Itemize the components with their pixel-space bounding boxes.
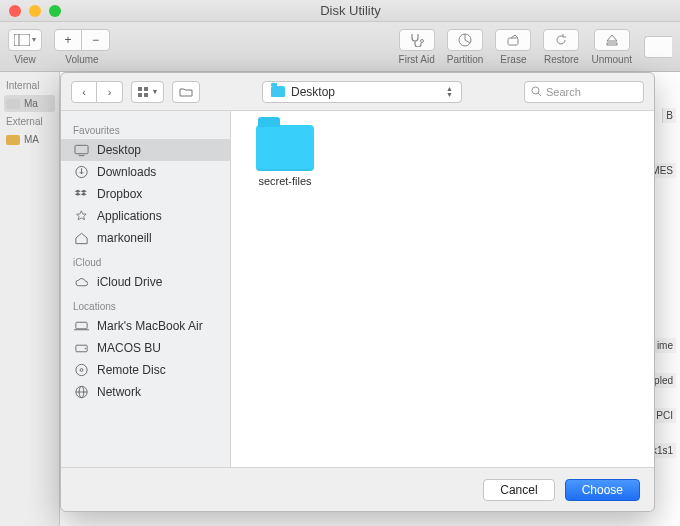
chevron-updown-icon: ▲▼ bbox=[446, 86, 453, 98]
location-label: Desktop bbox=[291, 85, 335, 99]
erase-button[interactable] bbox=[495, 29, 531, 51]
unmount-button[interactable] bbox=[594, 29, 630, 51]
sidebar-item-computer[interactable]: Mark's MacBook Air bbox=[61, 315, 230, 337]
cancel-button[interactable]: Cancel bbox=[483, 479, 554, 501]
view-mode-button[interactable]: ▾ bbox=[131, 81, 164, 103]
titlebar: Disk Utility bbox=[0, 0, 680, 22]
file-label: secret-files bbox=[258, 175, 311, 187]
partition-label: Partition bbox=[447, 54, 484, 65]
sidebar-item-label: MACOS BU bbox=[97, 341, 161, 355]
partition-button[interactable] bbox=[447, 29, 483, 51]
sidebar-item-dropbox[interactable]: Dropbox bbox=[61, 183, 230, 205]
favourites-header: Favourites bbox=[61, 117, 230, 139]
sidebar-item-external[interactable]: MACOS BU bbox=[61, 337, 230, 359]
folder-icon bbox=[179, 87, 193, 97]
choose-button[interactable]: Choose bbox=[565, 479, 640, 501]
sidebar-item-label: Dropbox bbox=[97, 187, 142, 201]
svg-line-11 bbox=[538, 93, 541, 96]
restore-icon bbox=[554, 33, 568, 47]
svg-rect-12 bbox=[74, 145, 87, 153]
sidebar-item-label: Remote Disc bbox=[97, 363, 166, 377]
external-disk-item[interactable]: MA bbox=[4, 131, 55, 148]
svg-rect-0 bbox=[14, 34, 30, 46]
group-button[interactable] bbox=[172, 81, 200, 103]
partition-group: Partition bbox=[447, 22, 484, 71]
sidebar-item-icloud[interactable]: iCloud Drive bbox=[61, 271, 230, 293]
forward-button[interactable]: › bbox=[97, 81, 123, 103]
sidebar-item-home[interactable]: markoneill bbox=[61, 227, 230, 249]
sidebar-item-label: Mark's MacBook Air bbox=[97, 319, 203, 333]
location-popup[interactable]: Desktop ▲▼ bbox=[262, 81, 462, 103]
picker-sidebar: Favourites Desktop Downloads Dropbox App… bbox=[61, 111, 231, 467]
internal-disk-item[interactable]: Ma bbox=[4, 95, 55, 112]
sidebar-item-downloads[interactable]: Downloads bbox=[61, 161, 230, 183]
internal-disk-label: Ma bbox=[24, 98, 38, 109]
svg-rect-5 bbox=[607, 43, 617, 45]
sidebar-item-label: iCloud Drive bbox=[97, 275, 162, 289]
erase-label: Erase bbox=[500, 54, 526, 65]
svg-point-10 bbox=[532, 87, 539, 94]
downloads-icon bbox=[73, 165, 89, 179]
svg-point-20 bbox=[80, 369, 83, 372]
erase-group: Erase bbox=[495, 22, 531, 71]
close-icon[interactable] bbox=[9, 5, 21, 17]
sidebar-item-network[interactable]: Network bbox=[61, 381, 230, 403]
view-label: View bbox=[14, 54, 36, 65]
view-button[interactable]: ▾ bbox=[8, 29, 42, 51]
window-title: Disk Utility bbox=[61, 3, 640, 18]
sidebar-item-desktop[interactable]: Desktop bbox=[61, 139, 230, 161]
svg-rect-7 bbox=[144, 87, 148, 91]
svg-rect-15 bbox=[75, 322, 86, 329]
svg-rect-9 bbox=[144, 93, 148, 97]
search-placeholder: Search bbox=[546, 86, 581, 98]
back-button[interactable]: ‹ bbox=[71, 81, 97, 103]
disk-icon bbox=[6, 135, 20, 145]
internal-header: Internal bbox=[6, 80, 53, 91]
home-icon bbox=[73, 231, 89, 245]
icon-grid-icon bbox=[138, 87, 150, 97]
sidebar-item-remote-disc[interactable]: Remote Disc bbox=[61, 359, 230, 381]
disk-sidebar: Internal Ma External MA bbox=[0, 72, 60, 526]
laptop-icon bbox=[73, 319, 89, 333]
unmount-label: Unmount bbox=[591, 54, 632, 65]
view-group: ▾ View bbox=[8, 22, 42, 71]
external-header: External bbox=[6, 116, 53, 127]
folder-item[interactable]: secret-files bbox=[245, 125, 325, 187]
disk-icon bbox=[73, 341, 89, 355]
window-controls bbox=[9, 5, 61, 17]
sheet-footer: Cancel Choose bbox=[61, 467, 654, 511]
minimize-icon[interactable] bbox=[29, 5, 41, 17]
sidebar-item-label: Downloads bbox=[97, 165, 156, 179]
svg-point-18 bbox=[84, 348, 85, 349]
disc-icon bbox=[73, 363, 89, 377]
firstaid-group: First Aid bbox=[399, 22, 435, 71]
clipped-button[interactable] bbox=[644, 36, 672, 58]
nav-seg: ‹ › bbox=[71, 81, 123, 103]
sidebar-item-label: Network bbox=[97, 385, 141, 399]
zoom-icon[interactable] bbox=[49, 5, 61, 17]
unmount-group: Unmount bbox=[591, 22, 632, 71]
folder-icon bbox=[256, 125, 314, 171]
firstaid-button[interactable] bbox=[399, 29, 435, 51]
volume-remove-button[interactable]: − bbox=[82, 29, 110, 51]
folder-icon bbox=[271, 86, 285, 97]
restore-button[interactable] bbox=[543, 29, 579, 51]
icloud-header: iCloud bbox=[61, 249, 230, 271]
sidebar-item-applications[interactable]: Applications bbox=[61, 205, 230, 227]
volume-group: + − Volume bbox=[54, 22, 110, 71]
search-field[interactable]: Search bbox=[524, 81, 644, 103]
firstaid-label: First Aid bbox=[399, 54, 435, 65]
eject-icon bbox=[605, 33, 619, 47]
frag: PCI bbox=[652, 408, 676, 423]
svg-rect-6 bbox=[138, 87, 142, 91]
applications-icon bbox=[73, 209, 89, 223]
file-browser[interactable]: secret-files bbox=[231, 111, 654, 467]
sidebar-item-label: Desktop bbox=[97, 143, 141, 157]
cloud-icon bbox=[73, 275, 89, 289]
pie-icon bbox=[458, 33, 472, 47]
frag: ime bbox=[653, 338, 676, 353]
sidebar-item-label: Applications bbox=[97, 209, 162, 223]
volume-add-button[interactable]: + bbox=[54, 29, 82, 51]
toolbar: ▾ View + − Volume First Aid Partition Er… bbox=[0, 22, 680, 72]
globe-icon bbox=[73, 385, 89, 399]
